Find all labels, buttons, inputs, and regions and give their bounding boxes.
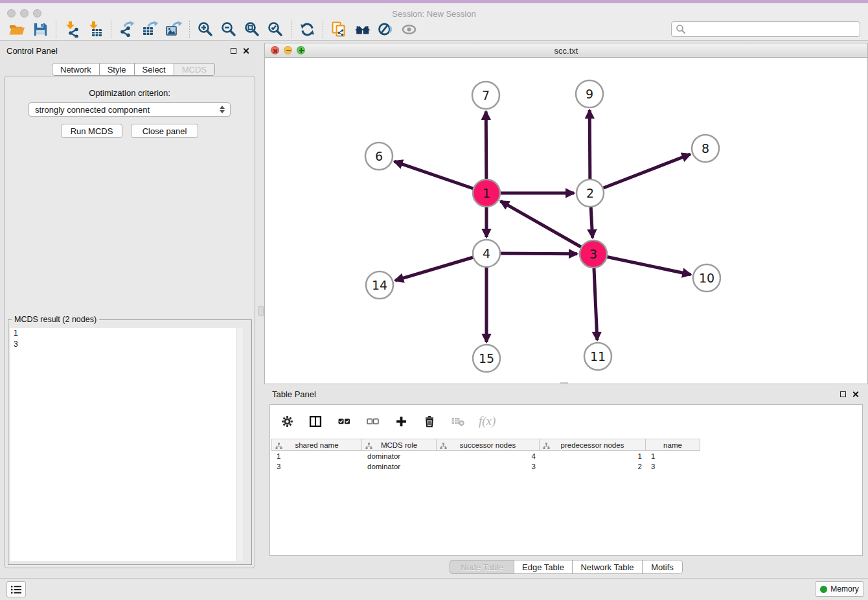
tab-network-table[interactable]: Network Table: [573, 560, 643, 574]
toggle-visibility-button[interactable]: [374, 19, 397, 39]
table-cell[interactable]: 1: [271, 451, 362, 461]
table-row[interactable]: 3dominator323: [271, 461, 700, 472]
toolbar-separator: [291, 21, 291, 38]
graph-node-7[interactable]: 7: [472, 82, 499, 109]
graph-edge-2-8[interactable]: [590, 154, 691, 193]
graph-node-11[interactable]: 11: [584, 343, 611, 370]
criterion-select[interactable]: strongly connected component: [29, 102, 231, 117]
canvas-grip-handle[interactable]: [560, 382, 568, 384]
tab-mcds[interactable]: MCDS: [174, 63, 215, 76]
graph-node-8[interactable]: 8: [692, 135, 719, 162]
search-input[interactable]: [686, 23, 860, 36]
network-canvas[interactable]: 1234678910111415: [265, 58, 867, 384]
refresh-view-button[interactable]: [295, 19, 319, 39]
search-field[interactable]: [671, 21, 860, 37]
export-network-button[interactable]: [115, 19, 139, 39]
table-cell[interactable]: dominator: [362, 451, 437, 461]
column-header-predecessor-nodes[interactable]: predecessor nodes: [540, 439, 646, 451]
fx-icon: f(x): [479, 414, 496, 428]
table-cell[interactable]: 3: [437, 461, 540, 472]
export-image-icon: [165, 21, 182, 38]
table-cell[interactable]: 4: [437, 451, 540, 461]
column-header-name[interactable]: name: [646, 439, 700, 451]
tab-select[interactable]: Select: [135, 63, 174, 76]
visibility-slash-icon: [377, 21, 394, 38]
table-settings-button[interactable]: [279, 413, 295, 429]
network-view-window: scc.txt 1234678910111415: [264, 43, 868, 384]
eye-icon: [400, 21, 418, 38]
graph-node-label: 10: [699, 271, 714, 285]
column-header-mcds-role[interactable]: MCDS role: [362, 439, 437, 451]
task-history-button[interactable]: [6, 581, 26, 597]
table-body: 1dominator4113dominator323: [271, 451, 700, 472]
select-all-button[interactable]: [336, 413, 352, 429]
vertical-splitter-handle[interactable]: [258, 306, 264, 316]
memory-status-icon: [820, 586, 827, 593]
graph-edge-3-1[interactable]: [501, 201, 593, 254]
table-cell[interactable]: 3: [271, 461, 362, 472]
window-title: Session: New Session: [0, 9, 868, 19]
table-cell[interactable]: 1: [540, 451, 646, 461]
mcds-result-scrollbar[interactable]: [236, 328, 243, 561]
zoom-selected-button[interactable]: [264, 19, 287, 39]
zoom-fit-button[interactable]: [240, 19, 264, 39]
run-mcds-button[interactable]: Run MCDS: [61, 124, 122, 138]
graph-node-1[interactable]: 1: [473, 179, 500, 207]
duplicate-network-button[interactable]: [327, 19, 350, 39]
column-header-label: successor nodes: [437, 441, 539, 449]
table-cell[interactable]: dominator: [362, 461, 437, 472]
graph-edge-3-10[interactable]: [593, 254, 691, 275]
graph-node-label: 14: [372, 278, 387, 292]
delete-row-button[interactable]: [422, 413, 437, 429]
float-panel-icon[interactable]: [231, 48, 236, 54]
float-table-panel-icon[interactable]: [840, 391, 846, 397]
home-layout-button[interactable]: [350, 19, 374, 39]
graph-node-6[interactable]: 6: [365, 143, 393, 170]
close-table-panel-icon[interactable]: [852, 391, 859, 398]
graph-node-9[interactable]: 9: [576, 80, 603, 108]
add-row-button[interactable]: [393, 413, 409, 429]
graph-node-4[interactable]: 4: [473, 240, 500, 267]
deselect-all-icon: [367, 415, 379, 428]
import-table-button[interactable]: [84, 19, 107, 39]
mcds-result-line: 3: [10, 339, 236, 350]
table-cell[interactable]: 3: [646, 461, 700, 472]
table-row[interactable]: 1dominator411: [271, 451, 700, 461]
tab-style[interactable]: Style: [100, 63, 135, 76]
table-cell[interactable]: 2: [540, 461, 646, 472]
gear-icon: [281, 415, 293, 428]
zoom-out-button[interactable]: [217, 19, 240, 39]
plus-icon: [395, 415, 407, 428]
export-image-button[interactable]: [162, 19, 185, 39]
graph-node-3[interactable]: 3: [580, 240, 607, 268]
graph-node-label: 15: [479, 351, 494, 365]
memory-button[interactable]: Memory: [815, 581, 864, 597]
close-panel-button[interactable]: Close panel: [131, 124, 198, 138]
graph-node-2[interactable]: 2: [577, 179, 604, 207]
tab-motifs[interactable]: Motifs: [643, 560, 683, 574]
graph-node-15[interactable]: 15: [473, 345, 500, 372]
delete-table-button[interactable]: [450, 413, 466, 429]
zoom-in-button[interactable]: [194, 19, 217, 39]
deselect-all-button[interactable]: [365, 413, 380, 429]
graph-edge-1-6[interactable]: [394, 161, 486, 193]
network-window-titlebar[interactable]: scc.txt: [265, 43, 867, 58]
column-header-shared-name[interactable]: shared name: [271, 439, 362, 451]
tab-edge-table[interactable]: Edge Table: [514, 560, 573, 574]
column-view-button[interactable]: [308, 413, 323, 429]
close-panel-icon[interactable]: [242, 47, 249, 54]
save-session-button[interactable]: [29, 19, 52, 39]
tab-network[interactable]: Network: [52, 63, 100, 76]
apply-function-button[interactable]: f(x): [479, 413, 496, 429]
node-table-container: f(x) shared nameMCDS rolesuccessor nodes…: [269, 404, 863, 556]
eye-button[interactable]: [397, 19, 420, 39]
graph-node-10[interactable]: 10: [693, 264, 720, 292]
graph-node-14[interactable]: 14: [366, 271, 393, 299]
import-network-button[interactable]: [60, 19, 84, 39]
tab-node-table[interactable]: Node Table: [450, 560, 514, 574]
open-session-button[interactable]: [5, 19, 29, 39]
mcds-result-text[interactable]: 13: [10, 328, 236, 561]
export-table-button[interactable]: [139, 19, 162, 39]
table-cell[interactable]: 1: [646, 451, 700, 461]
column-header-successor-nodes[interactable]: successor nodes: [437, 439, 540, 451]
